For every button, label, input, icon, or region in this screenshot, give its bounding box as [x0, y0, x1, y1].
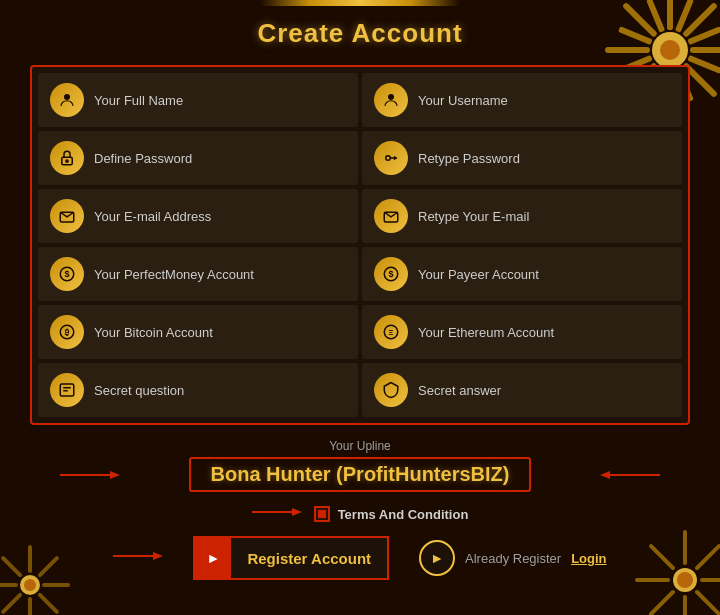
- field-bitcoin[interactable]: ₿Your Bitcoin Account: [38, 305, 358, 359]
- login-section: ► Already Register Login: [419, 540, 607, 576]
- bitcoin-label: Your Bitcoin Account: [94, 325, 213, 340]
- email-label: Your E-mail Address: [94, 209, 211, 224]
- secret-question-label: Secret question: [94, 383, 184, 398]
- full-name-label: Your Full Name: [94, 93, 183, 108]
- retype-password-label: Retype Password: [418, 151, 520, 166]
- email-icon: [50, 199, 84, 233]
- svg-point-44: [66, 160, 68, 162]
- define-password-icon: [50, 141, 84, 175]
- terms-arrow: [252, 504, 302, 524]
- field-secret-answer[interactable]: Secret answer: [362, 363, 682, 417]
- page-title: Create Account: [257, 18, 462, 49]
- svg-text:₿: ₿: [64, 328, 70, 337]
- payeer-icon: $: [374, 257, 408, 291]
- field-perfectmoney[interactable]: $Your PerfectMoney Account: [38, 247, 358, 301]
- svg-text:Ξ: Ξ: [389, 328, 394, 337]
- svg-marker-64: [292, 508, 302, 516]
- terms-section: Terms And Condition: [252, 504, 469, 524]
- form-grid: Your Full NameYour UsernameDefine Passwo…: [38, 73, 682, 417]
- payeer-label: Your Payeer Account: [418, 267, 539, 282]
- full-name-icon: [50, 83, 84, 117]
- upline-arrow-right: [600, 467, 660, 483]
- retype-email-label: Retype Your E-mail: [418, 209, 529, 224]
- field-retype-email[interactable]: Retype Your E-mail: [362, 189, 682, 243]
- bitcoin-icon: ₿: [50, 315, 84, 349]
- svg-marker-66: [153, 552, 163, 560]
- register-arrow: [113, 548, 163, 568]
- register-button[interactable]: ► Register Account: [193, 536, 389, 580]
- upline-section: Your Upline Bona Hunter (ProfitHuntersBI…: [30, 439, 690, 492]
- field-payeer[interactable]: $Your Payeer Account: [362, 247, 682, 301]
- svg-text:$: $: [64, 269, 69, 279]
- retype-email-icon: [374, 199, 408, 233]
- already-register-text: Already Register: [465, 551, 561, 566]
- terms-label: Terms And Condition: [338, 507, 469, 522]
- username-icon: [374, 83, 408, 117]
- secret-answer-icon: [374, 373, 408, 407]
- svg-point-45: [386, 156, 391, 161]
- svg-marker-62: [600, 471, 610, 479]
- perfectmoney-label: Your PerfectMoney Account: [94, 267, 254, 282]
- field-define-password[interactable]: Define Password: [38, 131, 358, 185]
- svg-marker-60: [110, 471, 120, 479]
- action-section: ► Register Account ► Already Register Lo…: [113, 536, 606, 580]
- register-button-icon: ►: [195, 538, 231, 578]
- ethereum-icon: Ξ: [374, 315, 408, 349]
- field-retype-password[interactable]: Retype Password: [362, 131, 682, 185]
- form-grid-wrapper: Your Full NameYour UsernameDefine Passwo…: [30, 65, 690, 425]
- upline-value: Bona Hunter (ProfitHuntersBIZ): [189, 457, 532, 492]
- retype-password-icon: [374, 141, 408, 175]
- terms-checkbox[interactable]: [314, 506, 330, 522]
- svg-point-41: [64, 94, 70, 100]
- field-email[interactable]: Your E-mail Address: [38, 189, 358, 243]
- login-link[interactable]: Login: [571, 551, 606, 566]
- register-button-label: Register Account: [231, 550, 387, 567]
- field-secret-question[interactable]: Secret question: [38, 363, 358, 417]
- main-container: Create Account Your Full NameYour Userna…: [0, 0, 720, 615]
- field-full-name[interactable]: Your Full Name: [38, 73, 358, 127]
- upline-label: Your Upline: [329, 439, 391, 453]
- login-play-icon[interactable]: ►: [419, 540, 455, 576]
- field-username[interactable]: Your Username: [362, 73, 682, 127]
- define-password-label: Define Password: [94, 151, 192, 166]
- field-ethereum[interactable]: ΞYour Ethereum Account: [362, 305, 682, 359]
- svg-text:$: $: [388, 269, 393, 279]
- ethereum-label: Your Ethereum Account: [418, 325, 554, 340]
- upline-arrow-left: [60, 467, 120, 483]
- terms-checkbox-checked: [318, 510, 326, 518]
- upline-row: Bona Hunter (ProfitHuntersBIZ): [30, 457, 690, 492]
- svg-point-42: [388, 94, 394, 100]
- perfectmoney-icon: $: [50, 257, 84, 291]
- secret-question-icon: [50, 373, 84, 407]
- secret-answer-label: Secret answer: [418, 383, 501, 398]
- username-label: Your Username: [418, 93, 508, 108]
